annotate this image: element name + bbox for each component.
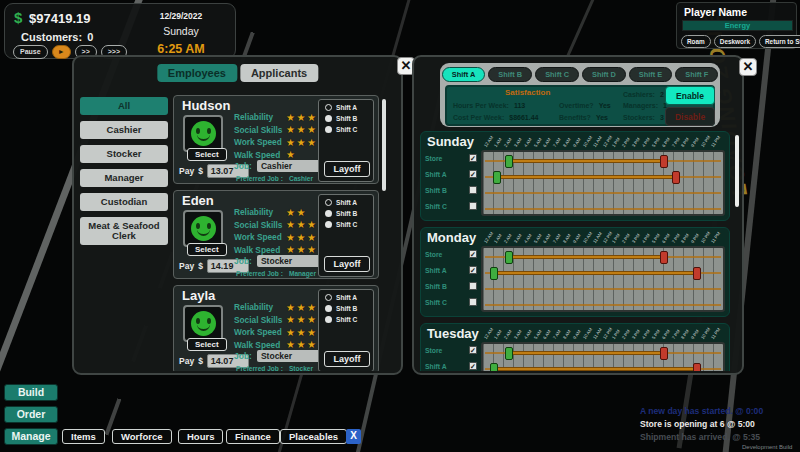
row-checkbox[interactable]: ✓ <box>469 154 477 162</box>
shift-radio-c[interactable] <box>325 221 332 228</box>
shift-time-range[interactable] <box>497 175 676 179</box>
select-button[interactable]: Select <box>187 148 227 161</box>
return-to-store-button[interactable]: Return to Store <box>759 35 800 48</box>
employee-list-scrollbar[interactable] <box>382 99 386 191</box>
slider-row[interactable] <box>485 249 721 265</box>
shift-radio-a[interactable] <box>325 294 332 301</box>
finance-button[interactable]: Finance <box>226 429 280 444</box>
shift-radio-b[interactable] <box>325 305 332 312</box>
shift-radio-row[interactable]: Shift C <box>325 221 373 228</box>
row-checkbox[interactable] <box>469 186 477 194</box>
schedule-scrollbar[interactable] <box>735 135 739 207</box>
workforce-button[interactable]: Worforce <box>112 429 172 444</box>
select-button[interactable]: Select <box>187 338 227 351</box>
slider-row[interactable] <box>485 185 721 201</box>
roam-button[interactable]: Roam <box>681 35 711 48</box>
items-button[interactable]: Items <box>62 429 105 444</box>
row-checkbox[interactable]: ✓ <box>469 362 477 370</box>
shift-tab-d[interactable]: Shift D <box>582 67 626 82</box>
shift-radio-row[interactable]: Shift B <box>325 115 373 122</box>
category-meat-seafood-clerk[interactable]: Meat & Seafood Clerk <box>80 217 168 245</box>
enable-button[interactable]: Enable <box>665 86 715 105</box>
shift-radio-c[interactable] <box>325 316 332 323</box>
row-checkbox[interactable] <box>469 202 477 210</box>
end-handle[interactable] <box>660 251 668 264</box>
layoff-button[interactable]: Layoff <box>324 256 370 272</box>
shift-tab-f[interactable]: Shift F <box>675 67 718 82</box>
shift-radio-a[interactable] <box>325 104 332 111</box>
start-handle[interactable] <box>493 171 501 184</box>
end-handle[interactable] <box>672 171 680 184</box>
shift-radio-row[interactable]: Shift B <box>325 305 373 312</box>
pause-button[interactable]: Pause <box>13 45 48 59</box>
slider-row[interactable] <box>485 297 721 313</box>
hour-tick-label: 10 PM <box>700 327 711 340</box>
placeables-button[interactable]: Placeables <box>280 429 347 444</box>
row-checkbox[interactable]: ✓ <box>469 250 477 258</box>
start-handle[interactable] <box>490 267 498 280</box>
start-handle[interactable] <box>490 363 498 372</box>
shift-time-range[interactable] <box>494 271 697 275</box>
shift-time-range[interactable] <box>509 351 665 355</box>
order-button[interactable]: Order <box>4 406 58 423</box>
layoff-button[interactable]: Layoff <box>324 161 370 177</box>
end-handle[interactable] <box>693 363 701 372</box>
manage-close-button[interactable]: X <box>346 429 361 444</box>
end-handle[interactable] <box>693 267 701 280</box>
shift-time-range[interactable] <box>509 255 665 259</box>
tab-employees[interactable]: Employees <box>157 64 237 82</box>
hours-button[interactable]: Hours <box>178 429 223 444</box>
shift-tab-a[interactable]: Shift A <box>442 67 486 82</box>
employee-list[interactable]: Hudson Select Pay $ 13.07 Reliability★★★… <box>173 95 379 371</box>
shift-radio-row[interactable]: Shift C <box>325 316 373 323</box>
shift-time-range[interactable] <box>509 159 665 163</box>
shift-radio-row[interactable]: Shift A <box>325 199 373 206</box>
shift-radio-row[interactable]: Shift B <box>325 210 373 217</box>
shift-tab-c[interactable]: Shift C <box>535 67 579 82</box>
shift-tab-b[interactable]: Shift B <box>488 67 532 82</box>
shift-time-range[interactable] <box>494 367 697 371</box>
start-handle[interactable] <box>505 155 513 168</box>
schedule-days-list[interactable]: Sunday 12 AM1 AM2 AM3 AM4 AM5 AM6 AM7 AM… <box>420 131 730 371</box>
skill-label: Work Speed <box>234 137 286 147</box>
tab-applicants[interactable]: Applicants <box>240 64 318 82</box>
category-cashier[interactable]: Cashier <box>80 121 168 139</box>
row-checkbox[interactable] <box>469 298 477 306</box>
row-checkbox[interactable] <box>469 282 477 290</box>
slider-row[interactable] <box>485 345 721 361</box>
close-icon[interactable]: ✕ <box>739 58 757 76</box>
shift-radio-b[interactable] <box>325 210 332 217</box>
category-all[interactable]: All <box>80 97 168 115</box>
slider-row[interactable] <box>485 281 721 297</box>
shift-radio-b[interactable] <box>325 115 332 122</box>
slider-row[interactable] <box>485 201 721 217</box>
category-stocker[interactable]: Stocker <box>80 145 168 163</box>
manage-button[interactable]: Manage <box>4 428 58 445</box>
select-button[interactable]: Select <box>187 243 227 256</box>
slider-row[interactable] <box>485 265 721 281</box>
slider-track-line <box>485 288 721 290</box>
shift-tab-e[interactable]: Shift E <box>629 67 672 82</box>
start-handle[interactable] <box>505 347 513 360</box>
category-custodian[interactable]: Custodian <box>80 193 168 211</box>
shift-radio-c[interactable] <box>325 126 332 133</box>
speed-1x-button[interactable]: ► <box>52 45 71 59</box>
row-checkbox[interactable]: ✓ <box>469 346 477 354</box>
shift-radio-row[interactable]: Shift C <box>325 126 373 133</box>
shift-radio-row[interactable]: Shift A <box>325 294 373 301</box>
start-handle[interactable] <box>505 251 513 264</box>
build-button[interactable]: Build <box>4 384 58 401</box>
shift-radio-row[interactable]: Shift A <box>325 104 373 111</box>
slider-row[interactable] <box>485 169 721 185</box>
layoff-button[interactable]: Layoff <box>324 351 370 367</box>
row-checkbox[interactable]: ✓ <box>469 266 477 274</box>
end-handle[interactable] <box>660 155 668 168</box>
category-manager[interactable]: Manager <box>80 169 168 187</box>
disable-button[interactable]: Disable <box>665 107 715 126</box>
row-checkbox[interactable]: ✓ <box>469 170 477 178</box>
shift-radio-a[interactable] <box>325 199 332 206</box>
end-handle[interactable] <box>660 347 668 360</box>
slider-row[interactable] <box>485 361 721 371</box>
slider-row[interactable] <box>485 153 721 169</box>
deskwork-button[interactable]: Deskwork <box>714 35 756 48</box>
